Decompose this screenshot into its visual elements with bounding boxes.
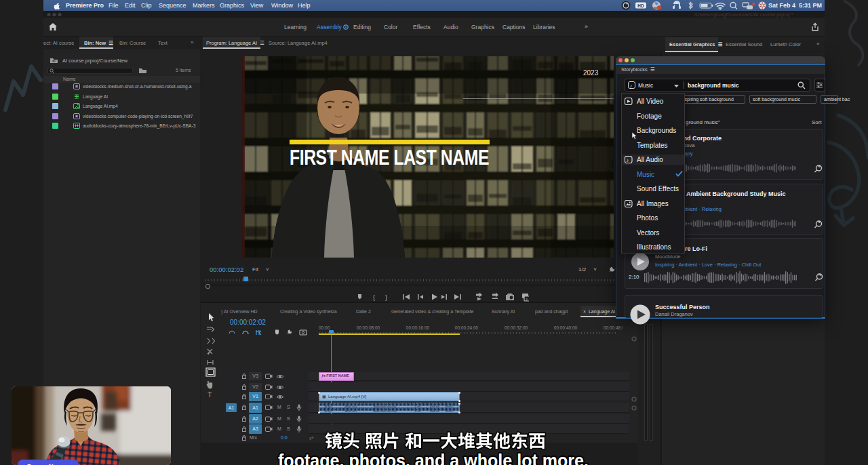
svg-text:T: T	[208, 390, 212, 399]
svg-text:ElevenL: ElevenL	[446, 405, 454, 408]
svg-text:FIRST NAME LAST NAME: FIRST NAME LAST NAME	[290, 146, 489, 169]
svg-text:00:00:48:00: 00:00:48:00	[604, 325, 623, 330]
svg-text:audio·mix: audio·mix	[430, 410, 439, 413]
svg-text:footage, photos, and a whole l: footage, photos, and a whole lot more.	[278, 451, 589, 465]
svg-text:{: {	[373, 294, 375, 301]
svg-text:Avatar·voice: Avatar·voice	[345, 405, 357, 408]
svg-text:00:00:40:00: 00:00:40:00	[554, 325, 578, 330]
svg-text:♫AI·mp3: ♫AI·mp3	[323, 405, 332, 408]
svg-text:ElevenL: ElevenL	[446, 410, 454, 413]
svg-text:audio·mix: audio·mix	[430, 405, 439, 408]
svg-text:Avatar·audio·voice·final: Avatar·audio·voice·final	[374, 410, 397, 413]
svg-text:♪: ♪	[627, 157, 629, 163]
svg-text:}: }	[385, 294, 387, 301]
svg-text:00:00:32:00: 00:00:32:00	[505, 325, 528, 330]
svg-text:00:00:24:00: 00:00:24:00	[455, 325, 479, 330]
svg-text:♫AI·mp3: ♫AI·mp3	[323, 410, 332, 413]
svg-text:3: 3	[526, 298, 528, 302]
svg-text:♪: ♪	[630, 83, 633, 89]
svg-text:00:00:08:00: 00:00:08:00	[357, 325, 380, 330]
svg-text:2023: 2023	[583, 69, 599, 77]
svg-text:v2·mix: v2·mix	[414, 410, 421, 413]
svg-text:Avatar·voice: Avatar·voice	[345, 410, 357, 413]
svg-text:00:00:16:00: 00:00:16:00	[406, 325, 430, 330]
svg-text:HD: HD	[637, 3, 644, 8]
svg-text:v2·mix: v2·mix	[414, 405, 421, 408]
svg-text:00:00: 00:00	[319, 325, 330, 330]
svg-text:Avatar·audio·voice·final: Avatar·audio·voice·final	[374, 405, 397, 408]
